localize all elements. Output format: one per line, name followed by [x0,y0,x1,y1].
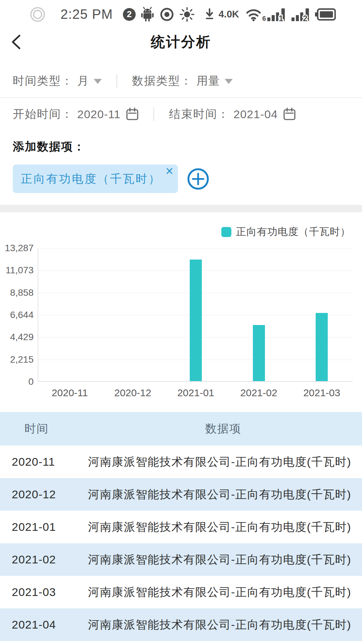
table-row: 2021-02河南康派智能技术有限公司-正向有功电度(千瓦时) [0,543,362,576]
signal-bars-icon: 2 [291,7,310,22]
row-time-cell: 2021-03 [0,586,78,599]
row-data-item-cell: 河南康派智能技术有限公司-正向有功电度(千瓦时) [78,519,362,535]
table-row: 2020-11河南康派智能技术有限公司-正向有功电度(千瓦时) [0,446,362,478]
x-axis-tick-label: 2020-11 [38,387,101,399]
end-date-value: 2021-04 [233,108,278,121]
row-time-cell: 2021-04 [0,618,78,631]
screen: 2:25 PM 2 [0,0,362,644]
row-time-cell: 2020-12 [0,488,78,501]
chip-label: 正向有功电度（千瓦时） [21,171,161,187]
data-type-value: 用量 [196,73,220,89]
chip-row: 正向有功电度（千瓦时） × [13,165,349,193]
row-data-item-cell: 河南康派智能技术有限公司-正向有功电度(千瓦时) [78,552,362,567]
y-axis-tick-label: 13,287 [1,243,34,254]
section-divider-band [0,205,362,212]
row-time-cell: 2021-02 [0,553,78,566]
y-axis-tick-label: 0 [1,376,34,387]
gridline [38,248,353,248]
status-bar-right: 4.0K 6 1 [205,7,336,22]
table-row: 2020-12河南康派智能技术有限公司-正向有功电度(千瓦时) [0,478,362,511]
time-type-dropdown[interactable]: 时间类型： 月 [13,73,102,89]
bar-2021-03[interactable] [316,313,328,381]
calendar-icon [283,107,296,121]
legend-swatch [221,227,231,237]
table-row: 2021-01河南康派智能技术有限公司-正向有功电度(千瓦时) [0,511,362,543]
row-data-item-cell: 河南康派智能技术有限公司-正向有功电度(千瓦时) [78,454,362,470]
battery-icon [315,8,336,21]
clock-time: 2:25 PM [60,7,113,22]
status-bar: 2:25 PM 2 [0,0,362,29]
android-icon [140,7,154,22]
table-row: 2021-03河南康派智能技术有限公司-正向有功电度(千瓦时) [0,576,362,608]
data-table: 时间 数据项 2020-11河南康派智能技术有限公司-正向有功电度(千瓦时)20… [0,412,362,644]
table-header-row: 时间 数据项 [0,412,362,446]
notification-badge: 2 [123,8,136,21]
x-axis-tick-label: 2020-12 [101,387,165,399]
y-axis-tick-label: 8,858 [1,287,34,298]
y-axis-tick-label: 4,429 [1,332,34,342]
x-axis-tick-label: 2021-03 [290,387,353,399]
wifi-icon: 6 [245,7,262,22]
end-date-picker[interactable]: 结束时间： 2021-04 [169,106,296,122]
sim2-number: 2 [303,14,307,22]
record-icon [159,7,175,22]
bar-chart-plot: 13,28711,0738,8586,6444,4292,21502020-11… [38,248,353,382]
page-title: 统计分析 [151,33,211,51]
row-time-cell: 2021-01 [0,520,78,534]
start-date-value: 2020-11 [77,108,121,121]
sim1-number: 1 [279,14,283,22]
y-axis-tick-label: 2,215 [1,354,34,365]
time-type-label: 时间类型： [13,73,73,89]
data-type-dropdown[interactable]: 数据类型： 用量 [132,73,233,89]
start-date-label: 开始时间： [13,106,73,122]
y-axis-tick-label: 6,644 [1,310,34,320]
end-date-label: 结束时间： [169,106,229,122]
vertical-divider [153,107,154,121]
calendar-icon [126,107,139,121]
table-body: 2020-11河南康派智能技术有限公司-正向有功电度(千瓦时)2020-12河南… [0,446,362,641]
x-axis-tick-label: 2021-02 [227,387,290,399]
data-item-chip[interactable]: 正向有功电度（千瓦时） × [13,165,178,193]
brightness-icon [179,7,195,22]
bar-2021-01[interactable] [190,260,202,381]
start-date-picker[interactable]: 开始时间： 2020-11 [13,106,139,122]
y-axis-tick-label: 11,073 [1,265,34,276]
data-type-label: 数据类型： [132,73,192,89]
add-data-item-label: 添加数据项： [13,139,349,154]
legend-label: 正向有功电度（千瓦时） [236,225,351,239]
chevron-down-icon [94,79,102,84]
filter-row: 时间类型： 月 数据类型： 用量 [0,55,362,98]
app-bar: 统计分析 [0,29,362,55]
x-axis-tick-label: 2021-01 [164,387,227,399]
table-header-time: 时间 [0,421,78,436]
chart-legend[interactable]: 正向有功电度（千瓦时） [221,225,351,239]
signal-bars-icon: 1 [267,7,286,22]
wifi-number-label: 6 [262,15,266,22]
add-data-item-button[interactable] [187,168,210,190]
table-row: 2021-04河南康派智能技术有限公司-正向有功电度(千瓦时) [0,608,362,641]
add-data-item-section: 添加数据项： 正向有功电度（千瓦时） × [0,130,362,205]
row-time-cell: 2020-11 [0,455,78,468]
download-arrow-icon [205,7,214,21]
chart-card: 正向有功电度（千瓦时） 13,28711,0738,8586,6444,4292… [0,212,362,412]
bar-2021-02[interactable] [253,325,265,381]
network-speed: 4.0K [219,9,239,20]
row-data-item-cell: 河南康派智能技术有限公司-正向有功电度(千瓦时) [78,617,362,633]
back-button[interactable] [9,33,24,51]
ring-icon [30,6,46,22]
status-bar-left: 2:25 PM 2 [30,6,195,22]
date-range-row: 开始时间： 2020-11 结束时间： 2021-04 [0,98,362,130]
row-data-item-cell: 河南康派智能技术有限公司-正向有功电度(千瓦时) [78,585,362,600]
vertical-divider [117,74,117,88]
row-data-item-cell: 河南康派智能技术有限公司-正向有功电度(千瓦时) [78,487,362,502]
chip-close-icon[interactable]: × [166,164,173,178]
table-header-item: 数据项 [78,421,362,436]
chevron-down-icon [225,79,233,84]
time-type-value: 月 [77,73,89,89]
